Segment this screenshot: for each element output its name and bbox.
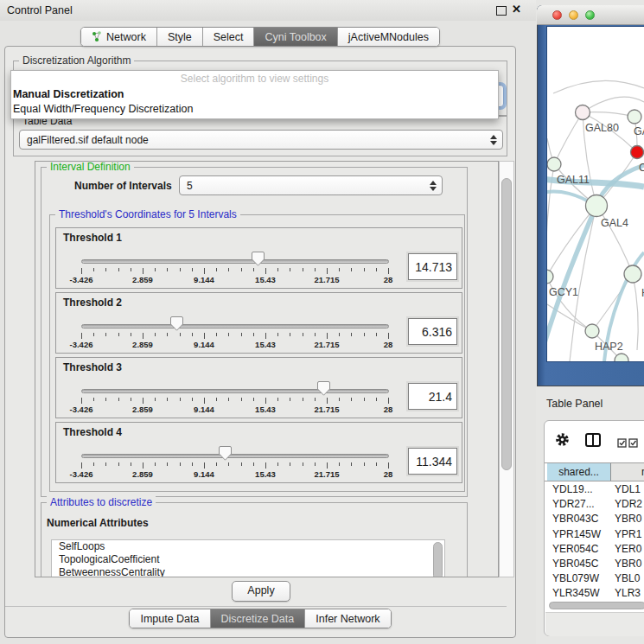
- attributes-title: Attributes to discretize: [47, 496, 156, 508]
- network-window-titlebar: [537, 5, 644, 25]
- table-panel-footer: [545, 612, 644, 636]
- table-row[interactable]: YBR045CYBR0: [545, 557, 644, 571]
- tab-infer-network[interactable]: Infer Network: [305, 609, 390, 628]
- table-row[interactable]: YBL079WYBL0: [545, 571, 644, 586]
- table-row[interactable]: YLR345WYLR3: [545, 586, 644, 601]
- minimize-traffic-light-icon[interactable]: [569, 10, 578, 20]
- threshold-slider-thumb[interactable]: [317, 381, 330, 396]
- apply-button[interactable]: Apply: [232, 581, 290, 602]
- svg-text:GAL80: GAL80: [585, 122, 619, 134]
- tab-label: Select: [214, 31, 244, 43]
- algorithm-dropdown-popup: Select algorithm to view settings Manual…: [10, 70, 499, 119]
- threshold-label: Threshold 1: [63, 232, 122, 244]
- float-window-icon[interactable]: [496, 6, 507, 16]
- threshold-value-field[interactable]: 14.713: [408, 253, 457, 280]
- control-panel-titlebar: Control Panel: [0, 0, 536, 21]
- window-title: Control Panel: [7, 4, 73, 16]
- table-panel-title: Table Panel: [546, 398, 603, 410]
- threshold-slider-thumb[interactable]: [170, 316, 183, 331]
- combo-stepper-icon[interactable]: [429, 181, 437, 191]
- threshold-coordinates-title: Threshold's Coordinates for 5 Intervals: [55, 208, 240, 220]
- checkbox-icon[interactable]: [617, 436, 627, 451]
- tab-jactivemnodules[interactable]: jActiveMNodules: [338, 28, 439, 46]
- threshold-value-field[interactable]: 6.316: [408, 318, 457, 345]
- table-row[interactable]: YDR27...YDR2: [545, 497, 644, 512]
- table-row[interactable]: YDL19...YDL1: [545, 482, 644, 497]
- svg-text:GAL4: GAL4: [601, 217, 628, 229]
- threshold-slider-thumb[interactable]: [219, 446, 232, 461]
- columns-icon[interactable]: [585, 433, 601, 450]
- attribute-item-betweennesscentrality[interactable]: BetweennessCentrality: [52, 566, 444, 577]
- column-header-name[interactable]: n: [611, 463, 644, 481]
- cell-name: YBR0: [609, 557, 641, 571]
- table-row[interactable]: YPR145WYPR1: [545, 527, 644, 542]
- tab-network[interactable]: Network: [81, 28, 157, 46]
- threshold-value-field[interactable]: 11.344: [408, 448, 457, 475]
- numerical-attributes-list[interactable]: SelfLoopsTopologicalCoefficientBetweenne…: [51, 539, 445, 577]
- table-data-combo[interactable]: galFiltered.sif default node: [19, 130, 503, 150]
- svg-text:HAP2: HAP2: [595, 341, 623, 353]
- cell-shared-name: YER054C: [545, 542, 609, 557]
- threshold-label: Threshold 3: [63, 361, 122, 373]
- threshold-label: Threshold 2: [63, 296, 122, 309]
- table-panel: shared... n YDL19...YDL1YDR27...YDR2YBR0…: [544, 420, 644, 636]
- checkbox-icon[interactable]: [628, 436, 638, 451]
- gear-icon[interactable]: [555, 432, 570, 450]
- settings-scrollbar[interactable]: [499, 161, 514, 577]
- threshold-3-box: Threshold 3-3.4262.8599.14415.4321.71528…: [55, 357, 462, 418]
- svg-text:GCY1: GCY1: [549, 286, 578, 298]
- svg-text:C: C: [639, 162, 644, 174]
- threshold-slider-track[interactable]: [81, 324, 389, 328]
- cell-name: YBL0: [609, 571, 640, 586]
- table-hscrollbar-thumb[interactable]: [549, 602, 644, 609]
- cell-shared-name: YDR27...: [545, 497, 609, 512]
- numerical-attributes-label: Numerical Attributes: [47, 517, 149, 529]
- attribute-item-topologicalcoefficient[interactable]: TopologicalCoefficient: [52, 553, 444, 566]
- threshold-slider-track[interactable]: [81, 454, 389, 458]
- table-data-combo-value: galFiltered.sif default node: [27, 134, 149, 146]
- cell-name: YDR2: [609, 497, 642, 512]
- svg-text:GA: GA: [634, 125, 644, 137]
- tab-discretize-data[interactable]: Discretize Data: [211, 609, 306, 628]
- list-scrollbar-thumb[interactable]: [433, 542, 443, 577]
- cell-shared-name: YDL19...: [545, 482, 609, 497]
- discretization-algorithm-title: Discretization Algorithm: [19, 54, 134, 67]
- cell-shared-name: YBR045C: [545, 557, 609, 571]
- column-header-shared-name[interactable]: shared...: [547, 463, 611, 481]
- svg-text:GAL11: GAL11: [557, 174, 590, 186]
- control-panel-window: Control Panel ✕ NetworkStyleSelectCyni T…: [0, 0, 536, 644]
- bottom-tab-bar: Impute DataDiscretize DataInfer Network: [4, 609, 516, 628]
- popup-option-equal-width-frequency[interactable]: Equal Width/Frequency Discretization: [11, 102, 498, 117]
- network-canvas[interactable]: GAL80GACGAL11GAL4GCY1HHAP2: [547, 27, 644, 361]
- close-traffic-light-icon[interactable]: [552, 10, 562, 20]
- threshold-slider-track[interactable]: [81, 259, 389, 264]
- table-data-group: Table Data galFiltered.sif default node: [13, 116, 507, 156]
- cell-name: YBR0: [609, 512, 641, 526]
- table-row[interactable]: YBR043CYBR0: [545, 512, 644, 526]
- threshold-2-box: Threshold 2-3.4262.8599.14415.4321.71528…: [55, 292, 462, 354]
- cell-name: YER0: [609, 542, 641, 557]
- threshold-value-field[interactable]: 21.4: [408, 383, 457, 410]
- cell-shared-name: YPR145W: [545, 527, 609, 542]
- table-row[interactable]: YER054CYER0: [545, 542, 644, 557]
- tab-label: jActiveMNodules: [348, 31, 429, 43]
- tab-impute-data[interactable]: Impute Data: [130, 609, 210, 628]
- attribute-item-selfloops[interactable]: SelfLoops: [52, 540, 444, 553]
- tab-style[interactable]: Style: [157, 28, 203, 46]
- tab-cyni-toolbox[interactable]: Cyni Toolbox: [254, 28, 337, 46]
- tab-label: Cyni Toolbox: [265, 31, 326, 43]
- threshold-label: Threshold 4: [63, 426, 122, 438]
- popup-option-manual-discretization[interactable]: Manual Discretization: [11, 87, 498, 102]
- close-icon[interactable]: ✕: [512, 3, 521, 16]
- threshold-4-box: Threshold 4-3.4262.8599.14415.4321.71528…: [55, 422, 462, 483]
- zoom-traffic-light-icon[interactable]: [585, 10, 595, 20]
- tab-label: Network: [106, 31, 146, 43]
- tab-select[interactable]: Select: [203, 28, 255, 46]
- threshold-slider-thumb[interactable]: [252, 252, 265, 266]
- combo-stepper-icon[interactable]: [489, 135, 497, 145]
- threshold-slider-track[interactable]: [81, 389, 389, 393]
- interval-definition-group: Interval Definition Number of Intervals …: [41, 167, 468, 497]
- number-of-intervals-combo[interactable]: 5: [179, 175, 443, 195]
- tab-label: Discretize Data: [221, 613, 295, 625]
- settings-scrollbar-thumb[interactable]: [501, 178, 512, 470]
